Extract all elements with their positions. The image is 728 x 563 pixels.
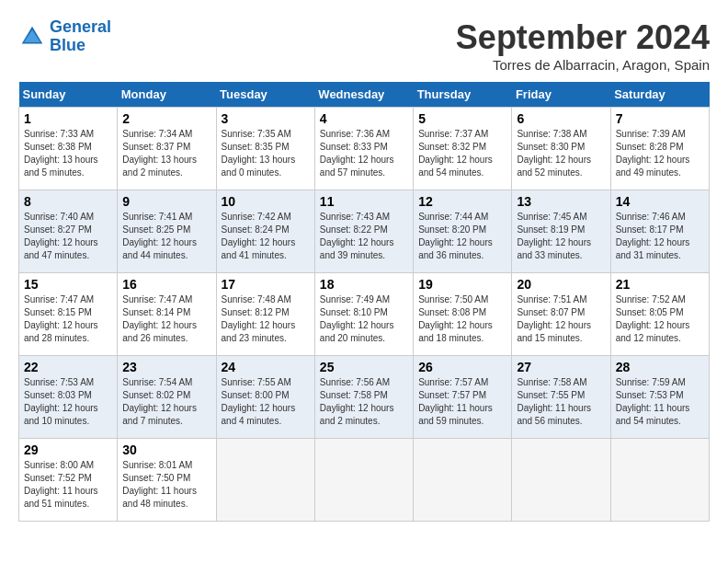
weekday-header-thursday: Thursday [414,82,512,108]
day-info: Sunrise: 8:01 AMSunset: 7:50 PMDaylight:… [122,459,210,511]
calendar-cell [314,439,413,522]
day-info: Sunrise: 7:56 AMSunset: 7:58 PMDaylight:… [320,376,408,428]
day-info: Sunrise: 7:46 AMSunset: 8:17 PMDaylight:… [616,211,704,262]
day-number: 25 [320,360,408,374]
calendar-cell: 9Sunrise: 7:41 AMSunset: 8:25 PMDaylight… [118,190,216,273]
title-area: September 2024 Torres de Albarracin, Ara… [456,18,710,73]
calendar-cell: 15Sunrise: 7:47 AMSunset: 8:15 PMDayligh… [19,273,118,356]
weekday-header-row: SundayMondayTuesdayWednesdayThursdayFrid… [19,82,710,108]
day-number: 17 [222,277,310,292]
day-number: 16 [122,277,210,292]
calendar-cell: 24Sunrise: 7:55 AMSunset: 8:00 PMDayligh… [216,356,314,439]
day-info: Sunrise: 7:53 AMSunset: 8:03 PMDaylight:… [24,376,112,428]
day-number: 6 [517,111,605,126]
day-number: 11 [320,194,408,209]
day-info: Sunrise: 7:41 AMSunset: 8:25 PMDaylight:… [122,211,210,262]
calendar-cell: 3Sunrise: 7:35 AMSunset: 8:35 PMDaylight… [216,108,314,190]
day-number: 20 [517,277,605,292]
weekday-header-sunday: Sunday [19,82,118,108]
day-info: Sunrise: 7:55 AMSunset: 8:00 PMDaylight:… [222,376,310,428]
calendar-cell: 23Sunrise: 7:54 AMSunset: 8:02 PMDayligh… [118,356,216,439]
day-info: Sunrise: 7:57 AMSunset: 7:57 PMDaylight:… [418,376,506,428]
day-number: 29 [24,442,112,457]
day-number: 7 [616,111,704,126]
calendar-cell: 20Sunrise: 7:51 AMSunset: 8:07 PMDayligh… [512,273,610,356]
calendar-cell: 12Sunrise: 7:44 AMSunset: 8:20 PMDayligh… [414,190,512,273]
day-number: 30 [122,442,210,457]
calendar-week-5: 29Sunrise: 8:00 AMSunset: 7:52 PMDayligh… [19,439,710,522]
day-info: Sunrise: 7:36 AMSunset: 8:33 PMDaylight:… [320,128,408,179]
day-info: Sunrise: 7:39 AMSunset: 8:28 PMDaylight:… [616,128,704,179]
calendar-cell: 30Sunrise: 8:01 AMSunset: 7:50 PMDayligh… [118,439,216,522]
day-number: 18 [320,277,408,292]
day-info: Sunrise: 7:47 AMSunset: 8:14 PMDaylight:… [122,293,210,345]
calendar-cell: 6Sunrise: 7:38 AMSunset: 8:30 PMDaylight… [512,108,610,190]
month-title: September 2024 [456,18,710,57]
day-info: Sunrise: 7:44 AMSunset: 8:20 PMDaylight:… [418,211,506,262]
day-number: 21 [616,277,704,292]
page-header: General Blue September 2024 Torres de Al… [18,18,710,73]
day-number: 15 [24,277,112,292]
calendar-week-4: 22Sunrise: 7:53 AMSunset: 8:03 PMDayligh… [19,356,710,439]
calendar-cell: 19Sunrise: 7:50 AMSunset: 8:08 PMDayligh… [414,273,512,356]
day-number: 26 [418,360,506,374]
day-number: 4 [320,111,408,126]
calendar-cell: 21Sunrise: 7:52 AMSunset: 8:05 PMDayligh… [610,273,709,356]
day-number: 19 [418,277,506,292]
day-info: Sunrise: 7:42 AMSunset: 8:24 PMDaylight:… [222,211,310,262]
day-number: 5 [418,111,506,126]
calendar-cell: 29Sunrise: 8:00 AMSunset: 7:52 PMDayligh… [19,439,118,522]
weekday-header-saturday: Saturday [610,82,709,108]
day-info: Sunrise: 7:33 AMSunset: 8:38 PMDaylight:… [24,128,112,179]
calendar-week-2: 8Sunrise: 7:40 AMSunset: 8:27 PMDaylight… [19,190,710,273]
logo: General Blue [18,18,111,55]
calendar-cell: 7Sunrise: 7:39 AMSunset: 8:28 PMDaylight… [610,108,709,190]
calendar-cell: 11Sunrise: 7:43 AMSunset: 8:22 PMDayligh… [314,190,413,273]
calendar-cell: 14Sunrise: 7:46 AMSunset: 8:17 PMDayligh… [610,190,709,273]
calendar-cell: 4Sunrise: 7:36 AMSunset: 8:33 PMDaylight… [314,108,413,190]
calendar-cell [216,439,314,522]
day-info: Sunrise: 7:38 AMSunset: 8:30 PMDaylight:… [517,128,605,179]
day-number: 3 [222,111,310,126]
day-number: 9 [122,194,210,209]
weekday-header-wednesday: Wednesday [314,82,413,108]
day-number: 28 [616,360,704,374]
calendar-cell [414,439,512,522]
calendar-cell: 1Sunrise: 7:33 AMSunset: 8:38 PMDaylight… [19,108,118,190]
calendar-table: SundayMondayTuesdayWednesdayThursdayFrid… [18,82,710,522]
calendar-cell: 17Sunrise: 7:48 AMSunset: 8:12 PMDayligh… [216,273,314,356]
calendar-week-1: 1Sunrise: 7:33 AMSunset: 8:38 PMDaylight… [19,108,710,190]
day-info: Sunrise: 7:34 AMSunset: 8:37 PMDaylight:… [122,128,210,179]
calendar-cell: 27Sunrise: 7:58 AMSunset: 7:55 PMDayligh… [512,356,610,439]
day-number: 27 [517,360,605,374]
weekday-header-tuesday: Tuesday [216,82,314,108]
day-info: Sunrise: 7:47 AMSunset: 8:15 PMDaylight:… [24,293,112,345]
day-info: Sunrise: 7:35 AMSunset: 8:35 PMDaylight:… [222,128,310,179]
day-number: 8 [24,194,112,209]
weekday-header-monday: Monday [118,82,216,108]
calendar-cell: 10Sunrise: 7:42 AMSunset: 8:24 PMDayligh… [216,190,314,273]
calendar-cell: 16Sunrise: 7:47 AMSunset: 8:14 PMDayligh… [118,273,216,356]
logo-text: General Blue [50,18,111,55]
calendar-cell: 26Sunrise: 7:57 AMSunset: 7:57 PMDayligh… [414,356,512,439]
day-info: Sunrise: 7:45 AMSunset: 8:19 PMDaylight:… [517,211,605,262]
logo-general: General [50,17,111,36]
calendar-week-3: 15Sunrise: 7:47 AMSunset: 8:15 PMDayligh… [19,273,710,356]
weekday-header-friday: Friday [512,82,610,108]
day-info: Sunrise: 7:50 AMSunset: 8:08 PMDaylight:… [418,293,506,345]
calendar-cell: 28Sunrise: 7:59 AMSunset: 7:53 PMDayligh… [610,356,709,439]
day-number: 2 [122,111,210,126]
calendar-cell: 8Sunrise: 7:40 AMSunset: 8:27 PMDaylight… [19,190,118,273]
calendar-cell [610,439,709,522]
day-info: Sunrise: 7:43 AMSunset: 8:22 PMDaylight:… [320,211,408,262]
calendar-cell: 5Sunrise: 7:37 AMSunset: 8:32 PMDaylight… [414,108,512,190]
calendar-cell: 13Sunrise: 7:45 AMSunset: 8:19 PMDayligh… [512,190,610,273]
logo-blue: Blue [50,36,85,54]
logo-icon [18,23,46,51]
calendar-cell: 2Sunrise: 7:34 AMSunset: 8:37 PMDaylight… [118,108,216,190]
calendar-cell: 18Sunrise: 7:49 AMSunset: 8:10 PMDayligh… [314,273,413,356]
location: Torres de Albarracin, Aragon, Spain [456,57,710,73]
day-number: 14 [616,194,704,209]
day-info: Sunrise: 7:48 AMSunset: 8:12 PMDaylight:… [222,293,310,345]
day-info: Sunrise: 7:59 AMSunset: 7:53 PMDaylight:… [616,376,704,428]
